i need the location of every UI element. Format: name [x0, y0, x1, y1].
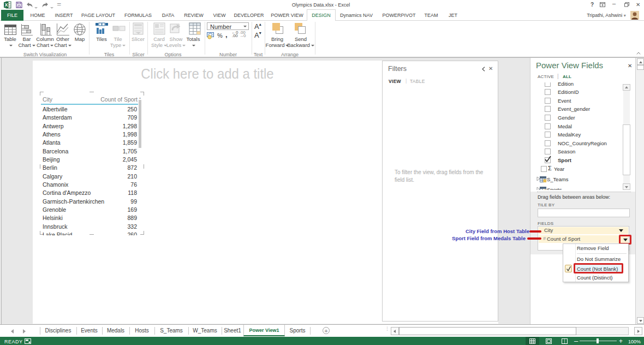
svg-text:X: X: [4, 2, 8, 8]
